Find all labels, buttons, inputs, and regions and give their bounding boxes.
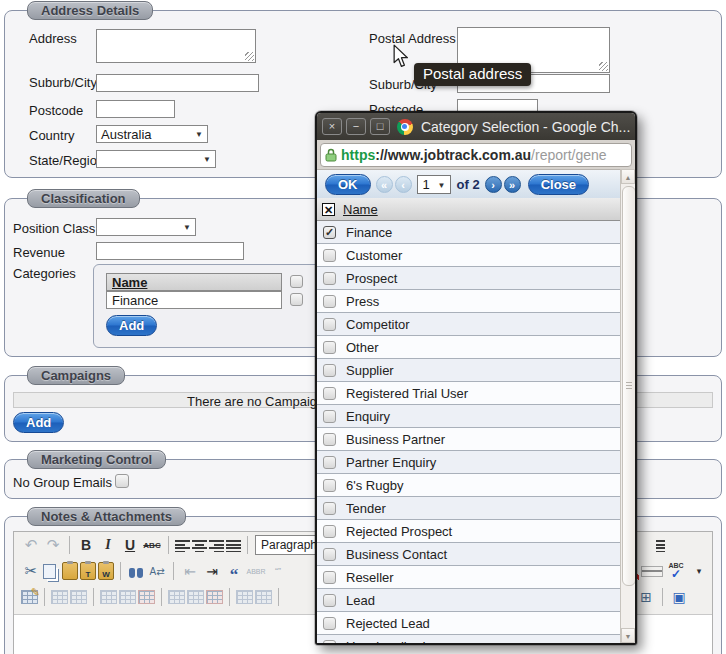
insert-column-before-icon[interactable]: [168, 590, 185, 604]
merge-cells-icon[interactable]: [255, 590, 272, 604]
insert-row-after-icon[interactable]: [119, 590, 136, 604]
scroll-up-icon[interactable]: ▲: [621, 169, 635, 184]
abbreviation-icon[interactable]: ABBR: [246, 561, 266, 581]
category-checkbox[interactable]: ✓: [323, 226, 336, 239]
align-center-icon[interactable]: [192, 539, 207, 552]
paste-icon[interactable]: [62, 562, 78, 580]
last-page-button[interactable]: »: [504, 176, 521, 193]
category-checkbox[interactable]: [323, 410, 336, 423]
align-right-icon[interactable]: [209, 539, 224, 552]
state-region-select[interactable]: ▼: [96, 150, 216, 168]
prev-page-button[interactable]: ‹: [395, 176, 412, 193]
category-checkbox[interactable]: [323, 295, 336, 308]
category-checkbox[interactable]: [323, 594, 336, 607]
category-row[interactable]: Customer: [317, 244, 620, 267]
category-row[interactable]: ✓Finance: [317, 221, 620, 244]
find-icon[interactable]: [127, 564, 145, 578]
outdent-icon[interactable]: ⇤: [180, 561, 200, 581]
category-row[interactable]: Business Contact: [317, 543, 620, 566]
category-row[interactable]: Unsubscribed: [317, 635, 620, 643]
window-close-button[interactable]: ×: [322, 118, 342, 135]
spellcheck-dropdown-icon[interactable]: ▾: [689, 561, 709, 581]
blockquote-icon[interactable]: “: [224, 557, 244, 585]
table-row-properties-icon[interactable]: [51, 590, 68, 604]
table-cell-properties-icon[interactable]: [70, 590, 87, 604]
campaigns-add-button[interactable]: Add: [13, 412, 64, 433]
strikethrough-icon[interactable]: ABC: [142, 535, 162, 555]
select-all-checkbox[interactable]: ✕: [322, 203, 335, 216]
category-row-checkbox[interactable]: [290, 293, 303, 306]
align-justify-icon[interactable]: [226, 539, 241, 552]
align-left-icon[interactable]: [175, 539, 190, 552]
category-checkbox[interactable]: [323, 479, 336, 492]
category-row[interactable]: Enquiry: [317, 405, 620, 428]
next-page-button[interactable]: ›: [485, 176, 502, 193]
category-checkbox[interactable]: [323, 640, 336, 644]
postcode-input[interactable]: [96, 100, 175, 118]
indent-icon[interactable]: ⇥: [202, 561, 222, 581]
category-row[interactable]: Reseller: [317, 566, 620, 589]
insert-table-icon[interactable]: ✎: [21, 590, 38, 604]
delete-row-icon[interactable]: [138, 590, 155, 604]
close-button[interactable]: Close: [528, 174, 589, 195]
quotes-icon[interactable]: “”: [268, 561, 288, 581]
horizontal-rule-icon[interactable]: [641, 566, 663, 577]
category-row[interactable]: Rejected Prospect: [317, 520, 620, 543]
category-row[interactable]: Press: [317, 290, 620, 313]
category-checkbox[interactable]: [323, 318, 336, 331]
scroll-down-icon[interactable]: ▼: [621, 628, 635, 643]
underline-icon[interactable]: U: [120, 535, 140, 555]
category-row[interactable]: Competitor: [317, 313, 620, 336]
address-textarea[interactable]: [96, 29, 256, 63]
category-checkbox[interactable]: [323, 571, 336, 584]
category-row[interactable]: Supplier: [317, 359, 620, 382]
category-checkbox[interactable]: [323, 272, 336, 285]
page-number-select[interactable]: 1 ▼: [417, 175, 451, 194]
categories-header-checkbox[interactable]: [290, 275, 303, 288]
suburb-city-input[interactable]: [96, 74, 259, 92]
window-titlebar[interactable]: × − □ Category Selection - Google Ch...: [317, 113, 635, 140]
find-replace-icon[interactable]: A⇄: [147, 561, 167, 581]
delete-column-icon[interactable]: [206, 590, 223, 604]
category-checkbox[interactable]: [323, 617, 336, 630]
category-checkbox[interactable]: [323, 525, 336, 538]
ordered-list-icon[interactable]: [650, 539, 665, 552]
category-checkbox[interactable]: [323, 548, 336, 561]
window-maximize-button[interactable]: □: [370, 118, 390, 135]
category-row[interactable]: Rejected Lead: [317, 612, 620, 635]
category-checkbox[interactable]: [323, 249, 336, 262]
paste-as-text-icon[interactable]: T: [80, 562, 96, 580]
categories-add-button[interactable]: Add: [106, 315, 157, 336]
category-checkbox[interactable]: [323, 433, 336, 446]
no-group-emails-checkbox[interactable]: [115, 474, 129, 488]
category-row[interactable]: Business Partner: [317, 428, 620, 451]
redo-icon[interactable]: ↷: [43, 535, 63, 555]
scrollbar-thumb[interactable]: [622, 186, 636, 586]
window-minimize-button[interactable]: −: [346, 118, 366, 135]
revenue-input[interactable]: [96, 242, 244, 260]
italic-icon[interactable]: I: [98, 535, 118, 555]
name-column-header[interactable]: Name: [343, 202, 378, 217]
insert-layer-icon[interactable]: ⊞: [636, 587, 656, 607]
category-checkbox[interactable]: [323, 456, 336, 469]
category-row[interactable]: Lead: [317, 589, 620, 612]
category-row[interactable]: Other: [317, 336, 620, 359]
split-cells-icon[interactable]: [236, 590, 253, 604]
category-checkbox[interactable]: [323, 502, 336, 515]
spellcheck-icon[interactable]: ABC: [665, 561, 687, 581]
scrollbar[interactable]: ▲ ▼: [620, 169, 635, 643]
bold-icon[interactable]: B: [76, 535, 96, 555]
category-row[interactable]: Prospect: [317, 267, 620, 290]
copy-icon[interactable]: [43, 564, 56, 579]
undo-icon[interactable]: ↶: [21, 535, 41, 555]
toggle-absolute-icon[interactable]: ▣: [669, 587, 689, 607]
category-checkbox[interactable]: [323, 387, 336, 400]
country-select[interactable]: Australia ▼: [96, 125, 208, 143]
url-bar[interactable]: https ://www.jobtrack.com.au /report/gen…: [320, 143, 632, 167]
category-row[interactable]: Partner Enquiry: [317, 451, 620, 474]
insert-column-after-icon[interactable]: [187, 590, 204, 604]
category-row[interactable]: Registered Trial User: [317, 382, 620, 405]
category-row[interactable]: 6's Rugby: [317, 474, 620, 497]
insert-row-before-icon[interactable]: [100, 590, 117, 604]
category-checkbox[interactable]: [323, 364, 336, 377]
